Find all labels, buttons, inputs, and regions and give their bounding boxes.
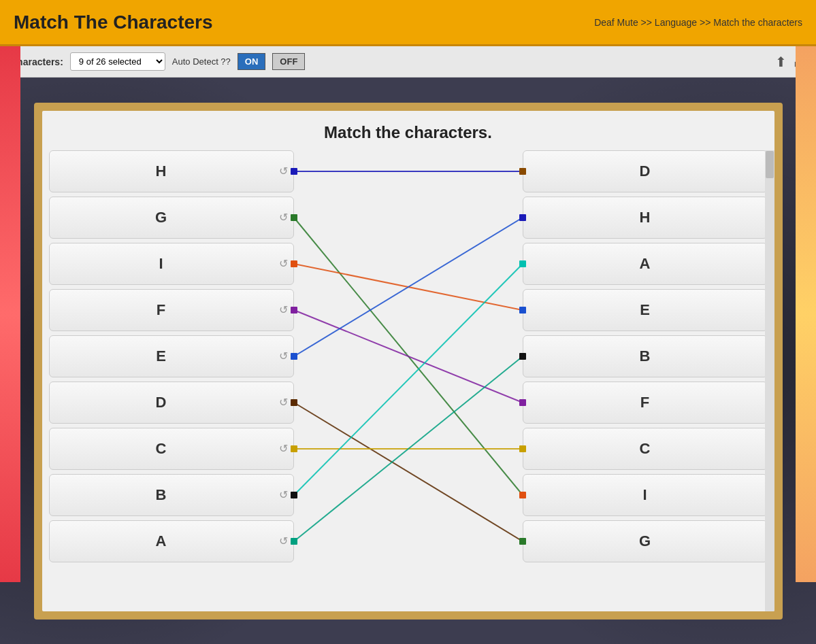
- right-dot-8[interactable]: [519, 538, 526, 545]
- left-letter-g: G: [155, 209, 167, 226]
- upload-button[interactable]: ⬆: [775, 54, 787, 70]
- left-dot-4[interactable]: [291, 353, 297, 360]
- left-letter-a: A: [156, 532, 167, 550]
- left-dot-1[interactable]: [291, 214, 297, 221]
- worksheet-title: Match the characters.: [42, 111, 774, 150]
- right-letter-c-6: C: [640, 440, 651, 458]
- right-item-f-5[interactable]: F: [523, 382, 768, 424]
- left-letter-e: E: [156, 348, 166, 365]
- right-letter-g-8: G: [639, 532, 651, 550]
- right-letter-i-7: I: [642, 486, 647, 504]
- left-item-d[interactable]: D↺: [49, 382, 294, 424]
- left-dot-3[interactable]: [291, 307, 297, 313]
- svg-line-2: [294, 264, 523, 310]
- auto-detect-off-button[interactable]: OFF: [272, 53, 305, 70]
- left-column: H↺G↺I↺F↺E↺D↺C↺B↺A↺: [49, 150, 294, 605]
- left-letter-b: B: [156, 486, 167, 504]
- right-letter-e-3: E: [640, 301, 650, 319]
- pencil-right-decoration: [796, 46, 816, 582]
- reset-button-left-i[interactable]: ↺: [279, 257, 288, 270]
- left-dot-0[interactable]: [291, 168, 297, 175]
- right-dot-6[interactable]: [519, 445, 526, 452]
- right-dot-2[interactable]: [519, 260, 526, 267]
- right-item-e-3[interactable]: E: [523, 289, 768, 331]
- right-letter-b-4: B: [640, 348, 651, 365]
- right-letter-d-0: D: [640, 163, 651, 180]
- right-letter-f-5: F: [640, 394, 649, 411]
- scroll-thumb[interactable]: [766, 151, 774, 178]
- left-item-c[interactable]: C↺: [49, 428, 294, 470]
- left-dot-6[interactable]: [291, 445, 297, 452]
- toolbar: Characters: 9 of 26 selected Auto Detect…: [0, 46, 816, 78]
- page-title: Match The Characters: [14, 12, 213, 33]
- left-dot-8[interactable]: [291, 538, 297, 545]
- reset-button-left-b[interactable]: ↺: [279, 488, 288, 501]
- reset-button-left-c[interactable]: ↺: [279, 442, 288, 455]
- right-item-c-6[interactable]: C: [523, 428, 768, 470]
- right-item-b-4[interactable]: B: [523, 335, 768, 377]
- upload-icon: ⬆: [775, 54, 787, 69]
- svg-line-3: [294, 310, 523, 403]
- left-item-b[interactable]: B↺: [49, 474, 294, 516]
- reset-button-left-h[interactable]: ↺: [279, 165, 288, 177]
- right-dot-1[interactable]: [519, 214, 526, 221]
- auto-detect-on-button[interactable]: ON: [238, 53, 266, 70]
- right-dot-5[interactable]: [519, 399, 526, 406]
- left-item-g[interactable]: G↺: [49, 197, 294, 239]
- right-item-i-7[interactable]: I: [523, 474, 768, 516]
- right-column: DHAEBFCIG: [523, 150, 768, 605]
- reset-button-left-g[interactable]: ↺: [279, 211, 288, 224]
- worksheet-frame: Match the characters. H↺G↺I↺F↺E↺D↺C↺B↺A↺…: [34, 103, 783, 620]
- left-dot-5[interactable]: [291, 399, 297, 406]
- pencil-left-decoration: [0, 46, 20, 582]
- reset-button-left-f[interactable]: ↺: [279, 303, 288, 316]
- left-dot-2[interactable]: [291, 260, 297, 267]
- reset-button-left-a[interactable]: ↺: [279, 535, 288, 547]
- right-dot-3[interactable]: [519, 307, 526, 313]
- left-letter-d: D: [156, 394, 167, 411]
- svg-line-7: [294, 264, 523, 495]
- right-dot-7[interactable]: [519, 492, 526, 498]
- left-item-e[interactable]: E↺: [49, 335, 294, 377]
- left-dot-7[interactable]: [291, 492, 297, 498]
- breadcrumb: Deaf Mute >> Language >> Match the chara…: [594, 17, 802, 28]
- left-letter-i: I: [159, 255, 163, 273]
- left-item-a[interactable]: A↺: [49, 520, 294, 562]
- characters-select[interactable]: 9 of 26 selected: [70, 52, 165, 71]
- left-item-f[interactable]: F↺: [49, 289, 294, 331]
- left-letter-c: C: [156, 440, 167, 458]
- svg-line-4: [294, 218, 523, 356]
- right-item-g-8[interactable]: G: [523, 520, 768, 562]
- left-item-i[interactable]: I↺: [49, 243, 294, 285]
- left-letter-h: H: [156, 163, 167, 180]
- main-area: Match the characters. H↺G↺I↺F↺E↺D↺C↺B↺A↺…: [0, 78, 816, 644]
- svg-line-5: [294, 403, 523, 541]
- reset-button-left-e[interactable]: ↺: [279, 350, 288, 362]
- right-item-h-1[interactable]: H: [523, 197, 768, 239]
- auto-detect-label: Auto Detect ??: [172, 56, 231, 67]
- matching-area: H↺G↺I↺F↺E↺D↺C↺B↺A↺ DHAEBFCIG: [42, 150, 774, 611]
- right-letter-h-1: H: [640, 209, 651, 226]
- svg-line-1: [294, 218, 523, 495]
- right-dot-4[interactable]: [519, 353, 526, 360]
- right-item-d-0[interactable]: D: [523, 150, 768, 192]
- right-dot-0[interactable]: [519, 168, 526, 175]
- header: Match The Characters Deaf Mute >> Langua…: [0, 0, 816, 46]
- left-item-h[interactable]: H↺: [49, 150, 294, 192]
- reset-button-left-d[interactable]: ↺: [279, 396, 288, 409]
- worksheet-inner: Match the characters. H↺G↺I↺F↺E↺D↺C↺B↺A↺…: [42, 111, 774, 611]
- left-letter-f: F: [157, 301, 165, 319]
- right-letter-a-2: A: [640, 255, 651, 273]
- scrollbar[interactable]: [765, 150, 774, 611]
- svg-line-8: [294, 356, 523, 541]
- right-item-a-2[interactable]: A: [523, 243, 768, 285]
